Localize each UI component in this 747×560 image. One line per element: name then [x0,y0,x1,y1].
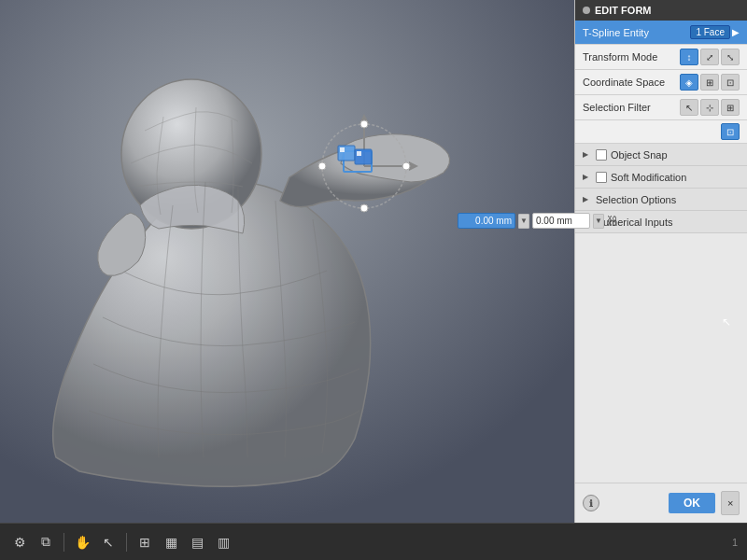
transform-scale-btn[interactable]: ⤡ [721,49,740,65]
toolbar-icon-settings[interactable]: ⚙ [9,532,30,553]
object-snap-label: Object Snap [611,149,740,161]
link-icon[interactable]: ⛓ [607,215,618,228]
object-snap-checkbox[interactable] [596,149,607,161]
entity-badge[interactable]: 1 Face [690,25,730,39]
panel-spacer [575,233,747,483]
toolbar-sep-1 [63,533,64,552]
soft-modification-header[interactable]: ▶ Soft Modification [575,166,747,189]
svg-point-13 [402,162,410,170]
value-input-2[interactable] [532,213,590,229]
soft-modification-arrow: ▶ [583,173,592,181]
svg-point-14 [318,162,326,170]
toolbar-icon-pan[interactable]: ✋ [72,532,92,553]
panel-title: EDIT FORM [595,5,652,16]
toolbar-icon-copy[interactable]: ⧉ [35,532,56,553]
svg-point-15 [360,204,368,212]
info-button[interactable]: ℹ [583,495,599,511]
object-snap-arrow: ▶ [583,150,592,159]
selection-filter-label: Selection Filter [583,102,680,113]
panel-header: EDIT FORM [575,0,747,21]
bottom-toolbar: ⚙ ⧉ ✋ ↖ ⊞ ▦ ▤ ▥ 1 [0,523,747,560]
selection-options-header[interactable]: ▶ Selection Options [575,189,747,211]
extra-icon-row: ⊡ [575,120,747,144]
transform-mode-controls: ↕ ⤢ ⤡ [680,49,740,65]
extra-icon-btn[interactable]: ⊡ [721,123,740,140]
cancel-button[interactable]: × [721,491,740,515]
selection-filter-controls: ↖ ⊹ ⊞ [680,99,740,116]
toolbar-icon-grid2[interactable]: ▦ [161,532,181,553]
toolbar-sep-2 [126,533,127,552]
panel-bottom: ℹ OK × [575,483,747,523]
selection-filter-row: Selection Filter ↖ ⊹ ⊞ [575,95,747,120]
transform-rotate-btn[interactable]: ⤢ [700,49,719,65]
toolbar-icon-grid3[interactable]: ▤ [187,532,207,553]
coord-local-btn[interactable]: ◈ [680,74,698,91]
svg-rect-11 [357,151,361,156]
tspline-entity-controls: 1 Face ▶ [690,25,740,39]
coord-world-btn[interactable]: ⊞ [700,74,719,91]
tspline-entity-label: T-Spline Entity [583,27,690,38]
right-panel: EDIT FORM T-Spline Entity 1 Face ▶ Trans… [574,0,747,523]
page-number: 1 [732,537,738,548]
coordinate-space-row: Coordinate Space ◈ ⊞ ⊡ [575,70,747,95]
object-snap-header[interactable]: ▶ Object Snap [575,144,747,166]
filter-btn2[interactable]: ⊹ [700,99,719,116]
toolbar-icon-grid1[interactable]: ⊞ [134,532,155,553]
svg-point-12 [360,120,368,128]
filter-btn1[interactable]: ↖ [680,99,698,116]
selection-options-label: Selection Options [596,194,740,205]
soft-modification-checkbox[interactable] [596,172,607,183]
input2-dropdown[interactable]: ▼ [593,214,604,229]
ok-button[interactable]: OK [669,493,715,513]
selection-options-arrow: ▶ [583,195,592,203]
soft-modification-label: Soft Modification [611,172,740,183]
toolbar-icon-cursor[interactable]: ↖ [98,532,119,553]
filter-btn3[interactable]: ⊞ [721,99,740,116]
header-dot [583,7,590,14]
coord-view-btn[interactable]: ⊡ [721,74,740,91]
value-input-1[interactable] [458,213,515,229]
toolbar-icon-grid4[interactable]: ▥ [213,532,233,553]
transform-move-btn[interactable]: ↕ [680,49,698,65]
transform-mode-row: Transform Mode ↕ ⤢ ⤡ [575,45,747,70]
transform-mode-label: Transform Mode [583,51,680,63]
coordinate-space-controls: ◈ ⊞ ⊡ [680,74,740,91]
svg-rect-10 [340,147,345,152]
expand-icon[interactable]: ▶ [732,27,740,37]
input1-dropdown[interactable]: ▼ [518,214,529,229]
tspline-entity-row: T-Spline Entity 1 Face ▶ [575,21,747,45]
coordinate-space-label: Coordinate Space [583,77,680,88]
